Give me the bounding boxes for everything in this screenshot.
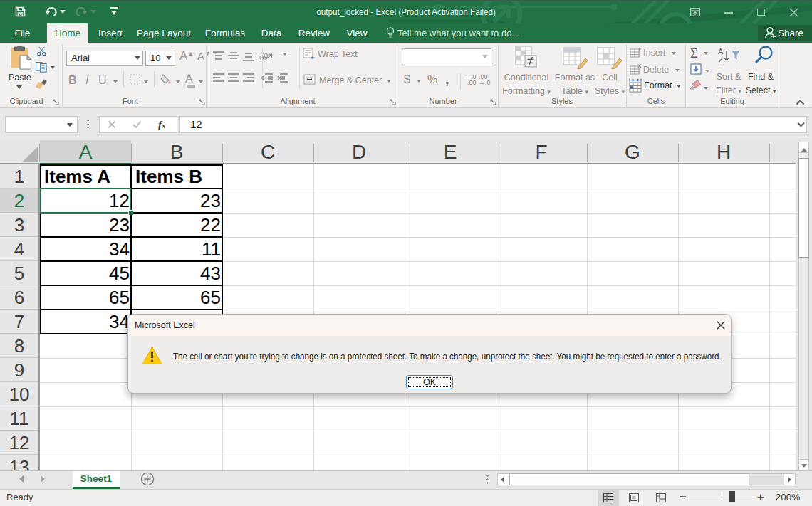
svg-text:A: A [718,47,724,56]
svg-text:Z: Z [718,56,723,65]
svg-text:ab: ab [257,51,271,62]
